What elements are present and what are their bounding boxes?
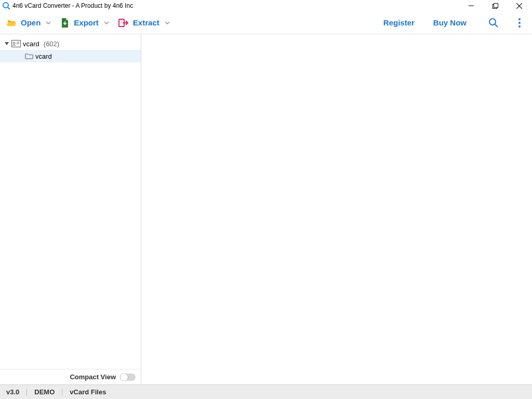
- chevron-down-icon: [165, 20, 170, 25]
- export-file-icon: [60, 18, 70, 28]
- svg-point-11: [518, 22, 521, 24]
- maximize-button[interactable]: [483, 0, 507, 11]
- status-version: v3.0: [6, 388, 19, 396]
- minimize-button[interactable]: [459, 0, 483, 11]
- divider: [26, 389, 27, 396]
- extract-label: Extract: [133, 18, 159, 27]
- register-link[interactable]: Register: [383, 18, 415, 27]
- compact-view-toggle[interactable]: [120, 374, 136, 381]
- status-mode: DEMO: [34, 388, 55, 396]
- folder-tree: vcard (602) vcard: [0, 34, 141, 369]
- sidebar: vcard (602) vcard Compact View: [0, 34, 141, 384]
- toolbar: Open Export Extract Register Buy Now: [0, 11, 532, 34]
- tree-child-item[interactable]: vcard: [0, 50, 141, 62]
- svg-point-8: [489, 19, 496, 25]
- tree-root-label: vcard: [23, 40, 39, 48]
- app-logo-icon: [2, 2, 10, 10]
- folder-icon: [25, 53, 33, 59]
- compact-view-bar: Compact View: [0, 369, 141, 384]
- export-button[interactable]: Export: [60, 18, 109, 28]
- tree-root-count: (602): [44, 40, 59, 48]
- collapse-icon: [4, 41, 9, 46]
- close-button[interactable]: [507, 0, 531, 11]
- svg-line-9: [495, 24, 498, 27]
- content-area: [141, 34, 532, 384]
- kebab-icon: [518, 18, 521, 28]
- chevron-down-icon: [46, 20, 51, 25]
- tree-root-item[interactable]: vcard (602): [0, 37, 141, 50]
- window-title: 4n6 vCard Converter - A Product by 4n6 I…: [12, 2, 133, 9]
- search-icon: [488, 18, 499, 28]
- divider: [62, 389, 62, 396]
- compact-view-label: Compact View: [70, 373, 116, 381]
- svg-point-0: [3, 3, 8, 8]
- tree-child-label: vcard: [35, 52, 52, 60]
- workspace: vcard (602) vcard Compact View: [0, 34, 532, 384]
- svg-rect-4: [494, 3, 498, 7]
- open-button[interactable]: Open: [6, 18, 51, 28]
- extract-icon: [118, 18, 129, 28]
- folder-open-icon: [6, 18, 17, 28]
- svg-point-12: [518, 25, 521, 28]
- status-filetype: vCard Files: [70, 388, 106, 396]
- more-menu-button[interactable]: [511, 18, 528, 28]
- export-label: Export: [74, 18, 99, 27]
- statusbar: v3.0 DEMO vCard Files: [0, 384, 532, 399]
- svg-point-14: [13, 42, 15, 44]
- svg-point-10: [518, 18, 521, 20]
- extract-button[interactable]: Extract: [118, 18, 170, 28]
- open-label: Open: [21, 18, 41, 27]
- chevron-down-icon: [104, 20, 109, 25]
- contact-card-icon: [11, 40, 21, 47]
- titlebar: 4n6 vCard Converter - A Product by 4n6 I…: [0, 0, 532, 11]
- buy-now-link[interactable]: Buy Now: [433, 18, 467, 27]
- search-button[interactable]: [485, 18, 502, 28]
- svg-line-1: [8, 7, 10, 9]
